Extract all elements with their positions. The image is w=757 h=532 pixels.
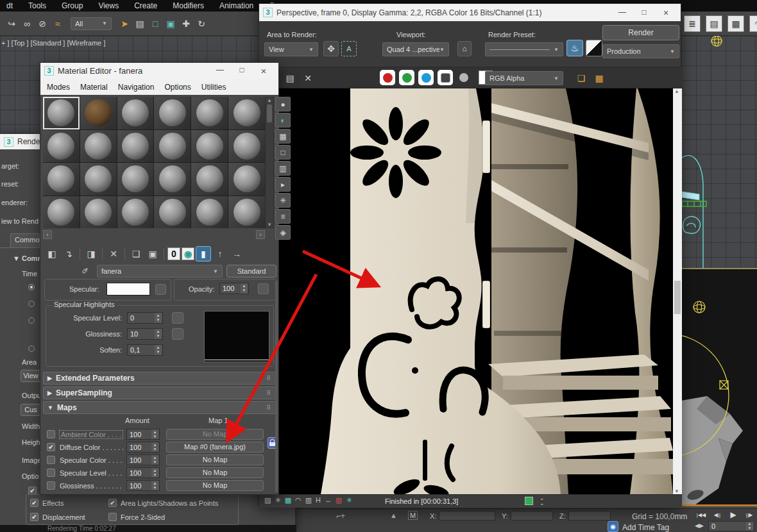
sample-slot[interactable] (154, 196, 191, 229)
slot-scrollbar[interactable]: ▲ ▼ (265, 97, 274, 228)
time-tag-icon[interactable]: ◉ (608, 521, 618, 532)
effects-checkbox[interactable]: ✔ (30, 499, 38, 507)
select-by-material-icon[interactable]: ≡ (275, 209, 291, 224)
auto-region-icon[interactable]: A (341, 41, 357, 56)
sample-slot[interactable] (228, 130, 265, 163)
redo-arrow-icon[interactable]: ↪ (4, 16, 19, 31)
sample-slot[interactable] (154, 130, 191, 163)
menu-item-tools[interactable]: Tools (28, 1, 46, 10)
highlight-map-button[interactable] (172, 328, 183, 340)
opacity-map-button[interactable] (258, 283, 269, 294)
sample-slot[interactable] (191, 163, 228, 195)
play-button[interactable]: ▶ (726, 510, 740, 520)
material-name-dropdown[interactable]: fanera▼ (97, 265, 223, 278)
rs-view-button[interactable]: View (21, 370, 41, 382)
viewport-dropdown[interactable]: Quad 4 ...pective▼ (382, 42, 449, 56)
sample-slot[interactable] (191, 97, 228, 129)
expand-chevrons-icon[interactable]: ⌄⌄ (540, 495, 545, 506)
srgb-toggle-icon[interactable] (525, 497, 533, 505)
sample-slot[interactable] (80, 196, 117, 229)
map-amount-field[interactable]: 100▲▼ (126, 442, 160, 453)
common-params-rollout[interactable]: ▼ Comm (13, 254, 44, 262)
map-button[interactable]: No Map (166, 467, 264, 478)
me-menu-navigation[interactable]: Navigation (118, 83, 155, 92)
clone-rendered-frame-icon[interactable]: ❏ (574, 71, 589, 86)
edit-region-icon[interactable]: ✥ (323, 41, 339, 56)
map-checkbox[interactable] (47, 430, 55, 438)
tab-common[interactable]: Common (10, 233, 40, 247)
background-icon[interactable]: ▦ (275, 129, 291, 144)
assign-material-to-selection-icon[interactable]: ◨ (83, 246, 99, 262)
options-icon[interactable]: ✳ (275, 193, 291, 208)
maximize-button[interactable]: □ (633, 8, 655, 18)
unlink-selection-icon[interactable]: ⊘ (35, 16, 50, 31)
sample-uv-tiling-icon[interactable]: □ (275, 145, 291, 160)
render-mode-dropdown[interactable]: Production▼ (602, 44, 679, 58)
material-map-navigator-icon[interactable]: ◈ (275, 225, 291, 240)
material-type-button[interactable]: Standard (226, 265, 276, 278)
time-output-radio-s[interactable] (28, 284, 35, 290)
map-button[interactable]: No Map (166, 429, 264, 440)
map-button[interactable]: No Map (166, 480, 264, 491)
sample-slot-fanera[interactable] (80, 97, 117, 129)
sample-slot[interactable] (228, 163, 265, 195)
time-output-radio-r[interactable] (28, 317, 35, 324)
map-amount-field[interactable]: 100▲▼ (126, 454, 160, 465)
me-menu-modes[interactable]: Modes (47, 83, 70, 92)
sample-slot[interactable] (191, 130, 228, 163)
highlight-param-field[interactable]: 10▲▼ (127, 328, 163, 340)
color-swatch-icon[interactable]: ▩ (285, 496, 291, 504)
x-coord-field[interactable] (439, 511, 495, 520)
select-and-link-icon[interactable]: ∞ (19, 16, 35, 31)
go-to-parent-icon[interactable]: ↑ (212, 246, 228, 262)
output-size-dropdown[interactable]: Cus (21, 404, 41, 416)
selection-filter-dropdown[interactable]: All▼ (71, 17, 112, 30)
close-button[interactable]: × (253, 65, 275, 76)
highlight-param-field[interactable]: 0,1▲▼ (127, 344, 163, 356)
rollout-maps[interactable]: ▼Maps⠿ (43, 401, 276, 414)
highlight-param-field[interactable]: 0▲▼ (127, 312, 163, 324)
time-output-radio-a[interactable] (28, 301, 35, 307)
rfw-titlebar[interactable]: 3 Perspective, frame 0, Display Gamma: 2… (259, 4, 681, 21)
sample-slot[interactable] (228, 196, 265, 229)
clear-image-icon[interactable]: ✕ (300, 71, 316, 86)
transform-typein-icon[interactable]: ⌐+ (336, 511, 345, 520)
make-preview-icon[interactable]: ▸ (275, 177, 291, 192)
sample-slot[interactable] (80, 130, 117, 163)
sample-slot[interactable] (43, 97, 80, 129)
me-param-scrollbar[interactable] (275, 281, 278, 492)
select-and-move-icon[interactable]: ✚ (178, 16, 194, 31)
menu-item-views[interactable]: Views (98, 1, 119, 10)
macro-recorder-icon[interactable]: M (408, 511, 418, 520)
frame-spinner[interactable]: ▲▼ (746, 522, 753, 531)
show-end-result-icon[interactable]: ▮ (196, 246, 211, 262)
me-titlebar[interactable]: 3 Material Editor - fanera — □ × (40, 63, 278, 79)
green-channel-button[interactable] (399, 70, 414, 85)
window-crossing-icon[interactable]: ▣ (163, 16, 178, 31)
channel-display-dropdown[interactable]: RGB Alpha▼ (485, 71, 563, 85)
time-output-radio-f[interactable] (28, 345, 35, 352)
selection-lock-icon[interactable]: ▲ (390, 511, 397, 519)
top-viewport-right[interactable] (681, 36, 757, 268)
sample-slot[interactable] (117, 97, 154, 129)
close-button[interactable]: × (655, 8, 677, 18)
menu-item-animation[interactable]: Animation (219, 1, 253, 10)
map-button[interactable]: Map #0 (fanera.jpg) (166, 442, 264, 453)
blue-channel-button[interactable] (418, 70, 434, 85)
scrollbar-thumb[interactable] (674, 281, 681, 314)
video-color-check-icon[interactable]: ▥ (275, 161, 291, 176)
sample-slot[interactable] (191, 196, 228, 229)
me-menu-options[interactable]: Options (164, 83, 191, 92)
map-checkbox[interactable] (47, 469, 55, 477)
rfw-vertical-scrollbar[interactable]: ▲ ▼ (673, 88, 682, 494)
red-channel-button[interactable] (380, 70, 395, 85)
select-and-rotate-icon[interactable]: ↻ (194, 16, 209, 31)
previous-frame-button[interactable]: ◀|| (710, 510, 724, 520)
specular-color-swatch[interactable] (106, 283, 150, 295)
exposure-icon[interactable]: ▨ (264, 496, 271, 504)
curve-editor-icon[interactable]: ∿ (749, 15, 757, 32)
add-time-tag[interactable]: Add Time Tag (622, 523, 669, 532)
viewport-label[interactable]: + ] [Top ] [Standard ] [Wireframe ] (1, 39, 105, 47)
scene-explorer-icon[interactable]: ▦ (727, 15, 744, 32)
hdr-width-icon[interactable]: ↔ (325, 496, 332, 504)
